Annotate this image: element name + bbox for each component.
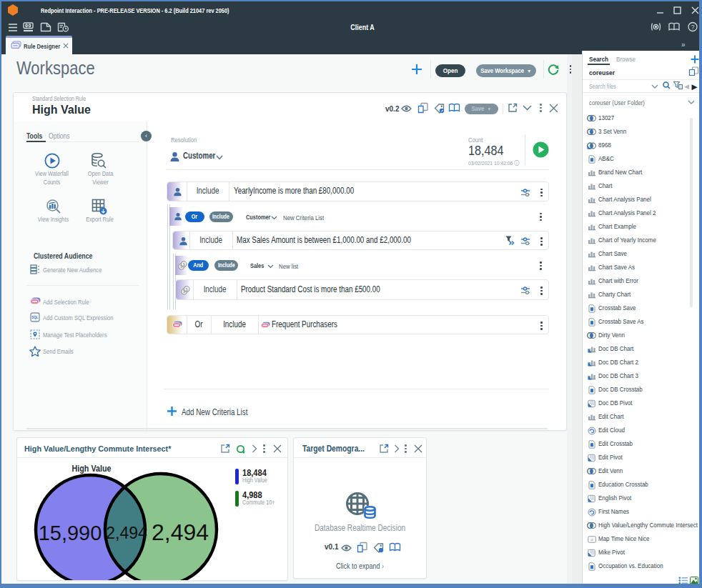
svg-text:↗: ↗ xyxy=(440,109,443,113)
svg-text:SQL: SQL xyxy=(31,316,39,319)
svg-text:?: ? xyxy=(691,24,695,31)
svg-text:2,494: 2,494 xyxy=(106,524,147,542)
svg-text:15,990: 15,990 xyxy=(39,522,102,544)
svg-text:2,494: 2,494 xyxy=(152,519,209,545)
